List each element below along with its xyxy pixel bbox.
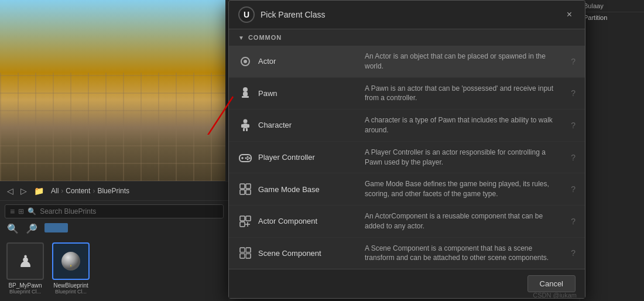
class-left-actor-component: Actor Component — [229, 208, 358, 234]
class-help-actor-component[interactable]: ? — [561, 211, 585, 232]
class-name-actor: Actor — [258, 57, 276, 66]
class-name-game-mode: Game Mode Base — [258, 185, 320, 194]
sphere-svg — [59, 249, 83, 273]
blueprint-item-new[interactable]: NewBlueprint Blueprint Cl... — [50, 242, 91, 295]
svg-rect-7 — [243, 92, 248, 96]
svg-rect-31 — [240, 248, 245, 252]
class-row-actor-component[interactable]: Actor Component An ActorComponent is a r… — [229, 206, 585, 238]
svg-point-20 — [247, 158, 249, 160]
zoom-out-button[interactable]: 🔍 — [5, 222, 21, 235]
search-icon: 🔍 — [28, 207, 36, 216]
class-left-pawn: Pawn — [229, 80, 358, 106]
svg-rect-17 — [241, 158, 244, 159]
svg-point-9 — [244, 119, 248, 123]
breadcrumb-sep1: › — [61, 187, 63, 195]
pawn-icon — [238, 86, 252, 100]
blueprint-icon-new — [52, 242, 90, 280]
back-button[interactable]: ◁ — [5, 185, 16, 197]
blueprint-sub-new: Blueprint Cl... — [55, 289, 87, 295]
dialog-body: ▼ COMMON Actor An Actor is an object tha… — [229, 29, 585, 269]
class-desc-character: A character is a type of Pawn that inclu… — [358, 110, 561, 141]
class-help-character[interactable]: ? — [561, 115, 585, 136]
breadcrumb-sep2: › — [93, 187, 95, 195]
svg-rect-34 — [246, 254, 251, 258]
class-row-game-mode[interactable]: Game Mode Base Game Mode Base defines th… — [229, 173, 585, 206]
color-swatch — [44, 223, 68, 232]
svg-rect-14 — [246, 128, 248, 131]
svg-rect-28 — [240, 222, 245, 227]
dialog-title: Pick Parent Class — [261, 10, 325, 19]
class-row-actor[interactable]: Actor An Actor is an object that can be … — [229, 46, 585, 78]
svg-rect-11 — [241, 124, 244, 128]
class-name-actor-component: Actor Component — [258, 217, 317, 225]
dialog-title-row: U Pick Parent Class — [238, 6, 325, 23]
blueprint-sub-mypawn: Blueprint Cl... — [9, 289, 41, 295]
class-name-pawn: Pawn — [258, 89, 278, 98]
game-mode-icon — [238, 182, 252, 196]
search-bar: ≡ ⊞ 🔍 — [5, 204, 224, 218]
class-help-game-mode[interactable]: ? — [561, 179, 585, 200]
svg-point-0 — [61, 252, 80, 271]
breadcrumb-all[interactable]: All — [51, 187, 59, 195]
svg-rect-22 — [240, 184, 245, 189]
class-help-pawn[interactable]: ? — [561, 83, 585, 104]
cancel-button[interactable]: Cancel — [527, 275, 576, 292]
view-icon: ⊞ — [18, 207, 24, 216]
class-row-character[interactable]: Character A character is a type of Pawn … — [229, 110, 585, 142]
class-desc-scene-component: A Scene Component is a component that ha… — [358, 238, 561, 269]
class-desc-player-controller: A Player Controller is an actor responsi… — [358, 142, 561, 173]
actor-icon — [238, 54, 252, 69]
bar-controls: ◁ ▷ 📁 — [5, 185, 46, 197]
search-input[interactable] — [40, 207, 133, 216]
watermark: CSDN @iukam — [533, 292, 577, 299]
svg-point-21 — [245, 157, 247, 159]
blueprint-label-mypawn: BP_MyPawn — [8, 282, 42, 289]
class-help-actor[interactable]: ? — [561, 51, 585, 72]
ue-logo: U — [238, 6, 255, 23]
zoom-in-button[interactable]: 🔎 — [23, 222, 40, 235]
class-desc-actor: An Actor is an object that can be placed… — [358, 46, 561, 77]
svg-rect-32 — [246, 248, 251, 252]
bottom-bar: ◁ ▷ 📁 All › Content › BluePrints ≡ ⊞ 🔍 🔍… — [0, 181, 228, 301]
breadcrumb-content[interactable]: Content — [66, 187, 90, 195]
bottom-bar-header: ◁ ▷ 📁 All › Content › BluePrints — [0, 182, 228, 201]
class-name-player-controller: Player Controller — [258, 153, 315, 162]
forward-button[interactable]: ▷ — [18, 185, 29, 197]
svg-rect-26 — [240, 216, 245, 221]
common-label: COMMON — [248, 34, 282, 41]
class-desc-game-mode: Game Mode Base defines the game being pl… — [358, 173, 561, 205]
class-help-scene-component[interactable]: ? — [561, 242, 585, 264]
svg-rect-12 — [247, 124, 249, 128]
class-left-game-mode: Game Mode Base — [229, 176, 358, 202]
pawn-icon: ♟ — [18, 252, 33, 271]
svg-rect-25 — [246, 190, 251, 194]
folder-icon-btn[interactable]: 📁 — [32, 185, 46, 197]
class-left-character: Character — [229, 112, 358, 138]
svg-rect-33 — [240, 254, 245, 258]
breadcrumb-blueprints[interactable]: BluePrints — [97, 187, 129, 195]
svg-rect-23 — [246, 184, 251, 189]
character-icon — [238, 118, 252, 132]
class-row-pawn[interactable]: Pawn A Pawn is an actor that can be 'pos… — [229, 78, 585, 110]
right-panel-item1: Bulaay — [584, 2, 604, 9]
dialog-close-button[interactable]: × — [563, 8, 576, 21]
actor-component-icon — [238, 214, 252, 228]
class-name-character: Character — [258, 121, 292, 129]
svg-rect-13 — [243, 128, 245, 131]
player-controller-icon — [238, 150, 252, 165]
class-row-scene-component[interactable]: Scene Component A Scene Component is a c… — [229, 238, 585, 269]
pick-parent-dialog: U Pick Parent Class × ▼ COMMON Actor An … — [228, 0, 585, 299]
svg-rect-8 — [242, 96, 249, 98]
right-panel: Bulaay Partition — [580, 0, 644, 301]
svg-point-19 — [249, 157, 251, 159]
svg-point-6 — [243, 87, 248, 92]
right-panel-header: Bulaay — [580, 0, 644, 12]
class-help-player-controller[interactable]: ? — [561, 147, 585, 168]
blueprint-item-mypawn[interactable]: ♟ BP_MyPawn Blueprint Cl... — [5, 242, 46, 295]
svg-rect-10 — [243, 124, 248, 128]
class-row-player-controller[interactable]: Player Controller A Player Controller is… — [229, 142, 585, 174]
class-left-player-controller: Player Controller — [229, 145, 358, 170]
svg-rect-24 — [240, 190, 245, 194]
right-panel-item2: Partition — [580, 12, 644, 23]
dialog-footer: Cancel — [229, 269, 585, 298]
